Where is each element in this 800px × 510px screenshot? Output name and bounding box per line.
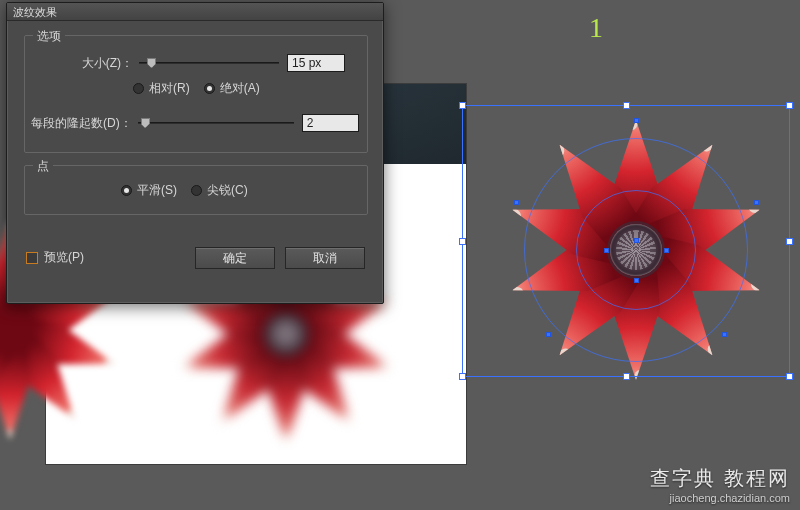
radio-absolute[interactable]: 绝对(A) [204,80,260,97]
radio-absolute-label: 绝对(A) [220,80,260,97]
cancel-button[interactable]: 取消 [285,247,365,269]
size-slider-thumb[interactable] [147,58,156,68]
radio-dot-icon [191,185,202,196]
ridges-slider-thumb[interactable] [141,118,150,128]
handle-ml[interactable] [459,238,466,245]
preview-checkbox[interactable]: 预览(P) [26,249,84,266]
selection-bounding-box[interactable] [462,105,790,377]
radio-dot-icon [204,83,215,94]
radio-relative-label: 相对(R) [149,80,190,97]
ridges-value[interactable]: 2 [302,114,359,132]
step-number: 1 [589,12,603,44]
handle-bl[interactable] [459,373,466,380]
ridges-slider[interactable] [138,115,294,131]
handle-tl[interactable] [459,102,466,109]
handle-tm[interactable] [623,102,630,109]
watermark-title: 查字典 教程网 [650,465,790,492]
size-slider[interactable] [139,55,279,71]
group-options: 选项 大小(Z)： 15 px 相对(R) 绝对(A) 每段的隆起数(D)： [24,35,368,153]
ok-button[interactable]: 确定 [195,247,275,269]
watermark-url: jiaocheng.chazidian.com [650,492,790,504]
radio-relative[interactable]: 相对(R) [133,80,190,97]
zigzag-dialog: 波纹效果 选项 大小(Z)： 15 px 相对(R) 绝对(A) 每段的隆起数(… [6,2,384,304]
preview-label: 预览(P) [44,249,84,266]
handle-bm[interactable] [623,373,630,380]
ridges-label: 每段的隆起数(D)： [29,115,132,132]
dialog-title[interactable]: 波纹效果 [7,3,383,21]
size-label: 大小(Z)： [47,55,133,72]
radio-smooth-label: 平滑(S) [137,182,177,199]
handle-tr[interactable] [786,102,793,109]
handle-mr[interactable] [786,238,793,245]
radio-dot-icon [121,185,132,196]
watermark: 查字典 教程网 jiaocheng.chazidian.com [650,465,790,504]
radio-smooth[interactable]: 平滑(S) [121,182,177,199]
group-options-legend: 选项 [33,28,65,45]
checkbox-icon [26,252,38,264]
radio-dot-icon [133,83,144,94]
group-points: 点 平滑(S) 尖锐(C) [24,165,368,215]
radio-corner-label: 尖锐(C) [207,182,248,199]
size-value[interactable]: 15 px [287,54,345,72]
handle-br[interactable] [786,373,793,380]
radio-corner[interactable]: 尖锐(C) [191,182,248,199]
group-points-legend: 点 [33,158,53,175]
